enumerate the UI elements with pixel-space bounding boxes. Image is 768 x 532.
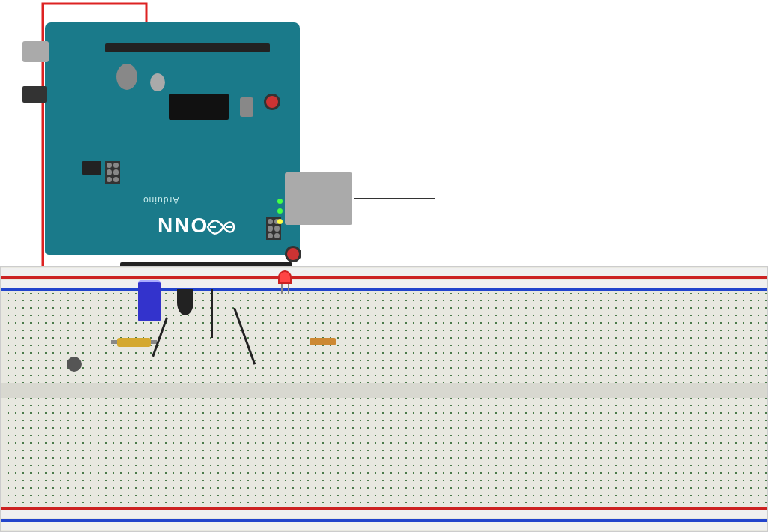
power-rail-bottom-red <box>1 507 767 518</box>
ground-probe <box>67 357 82 372</box>
capacitor-large <box>116 64 137 90</box>
icsp-pin <box>106 177 112 182</box>
circuit-scene: ONN Arduino <box>0 0 768 532</box>
led-red-body <box>278 270 292 284</box>
header-pins-top <box>105 43 270 52</box>
arduino-board: ONN Arduino <box>22 4 300 270</box>
icsp-pin <box>268 233 273 238</box>
power-rail-top-blue <box>1 280 767 291</box>
led-red <box>278 270 292 294</box>
transistor <box>177 289 194 315</box>
power-rail-top-red <box>1 268 767 279</box>
resistor-small <box>310 338 336 345</box>
resistor-main <box>117 338 151 347</box>
icsp-pin <box>113 177 118 182</box>
arduino-logo-icon <box>202 216 240 238</box>
icsp-pin <box>106 163 112 168</box>
arduino-body: ONN Arduino <box>45 22 300 255</box>
connector-shield <box>285 172 352 225</box>
arduino-brand-label: Arduino <box>142 195 178 205</box>
icsp-header-1 <box>105 161 120 184</box>
breadboard-grid-bottom <box>1 398 767 503</box>
led-rx <box>278 199 283 204</box>
led-on <box>278 219 283 224</box>
icsp-pin <box>274 226 280 231</box>
led-leg-anode <box>281 284 283 294</box>
usb-chip <box>82 161 101 175</box>
icsp-pin <box>113 163 118 168</box>
mcu-chip <box>169 94 229 120</box>
led-tx <box>278 208 283 214</box>
breadboard-middle-divider <box>1 383 767 398</box>
led-red-legs <box>278 284 292 294</box>
led-leg-cathode <box>288 284 290 294</box>
power-rail-bottom-blue <box>1 519 767 530</box>
reset-button-bottom[interactable] <box>285 246 302 262</box>
power-jack <box>22 86 46 103</box>
capacitor-small <box>150 73 165 91</box>
breadboard <box>0 266 768 532</box>
icsp-pin <box>113 169 118 175</box>
breadboard-grid-top <box>1 293 767 383</box>
icsp-pin <box>268 219 273 224</box>
arduino-model-label: ONN <box>156 213 207 237</box>
crystal <box>240 97 254 117</box>
inductor-wire <box>211 289 213 338</box>
icsp-pin <box>106 169 112 175</box>
electrolytic-capacitor <box>138 280 160 321</box>
icsp-pin <box>268 226 273 231</box>
reset-button-top[interactable] <box>264 94 280 110</box>
icsp-pin <box>274 233 280 238</box>
usb-port <box>22 41 49 62</box>
